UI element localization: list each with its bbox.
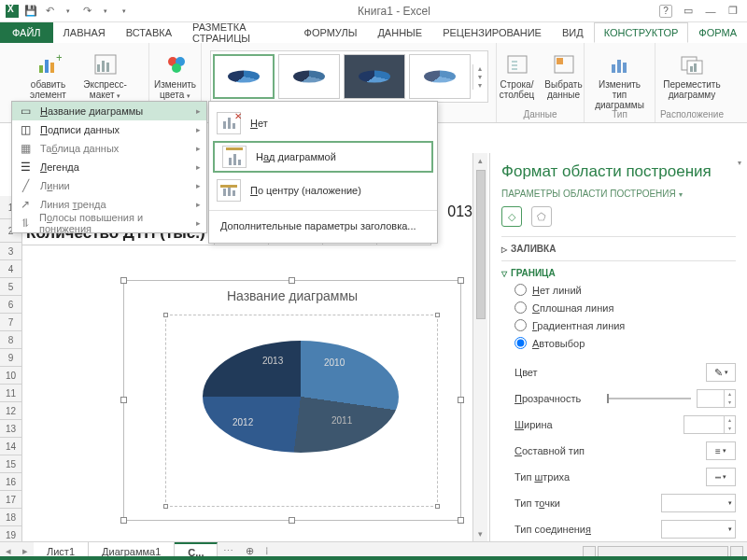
dash-picker[interactable]: ┅▾: [706, 468, 736, 486]
width-spinner[interactable]: ▴▾: [684, 415, 736, 434]
row-header[interactable]: 14: [0, 438, 21, 455]
radio-gradient-line[interactable]: Градиентная линия: [501, 316, 736, 334]
hscroll-thumb[interactable]: [598, 546, 728, 557]
tab-file[interactable]: ФАЙЛ: [0, 22, 53, 43]
fill-line-tab-icon[interactable]: ◇: [501, 206, 522, 227]
ribbon-options-icon[interactable]: ▭: [682, 5, 695, 18]
move-chart-button[interactable]: Переместить диаграмму: [659, 47, 725, 105]
vertical-scrollbar[interactable]: ▴ ▾: [472, 153, 487, 541]
compound-picker[interactable]: ≡▾: [706, 441, 736, 460]
tab-data[interactable]: ДАННЫЕ: [367, 22, 432, 43]
plot-handle[interactable]: [163, 504, 168, 509]
change-colors-button[interactable]: Изменитьцвета ▾: [153, 47, 198, 105]
restore-icon[interactable]: ❐: [726, 5, 740, 18]
scroll-down-icon[interactable]: ▾: [473, 526, 487, 541]
tab-design[interactable]: КОНСТРУКТОР: [594, 22, 689, 43]
row-header[interactable]: 8: [0, 331, 21, 349]
redo-icon[interactable]: ↷: [80, 5, 93, 18]
row-header[interactable]: 17: [0, 491, 21, 509]
resize-handle[interactable]: [120, 277, 127, 284]
row-header[interactable]: 12: [0, 402, 21, 420]
transparency-spinner[interactable]: ▴▾: [697, 389, 736, 408]
resize-handle[interactable]: [458, 517, 464, 524]
color-picker[interactable]: ✎▾: [706, 363, 736, 382]
tab-review[interactable]: РЕЦЕНЗИРОВАНИЕ: [432, 22, 552, 43]
row-header[interactable]: 16: [0, 473, 21, 491]
chart-style-2[interactable]: [278, 54, 340, 99]
menu-data-labels[interactable]: ◫ Подписи данных▸: [12, 120, 206, 139]
row-header[interactable]: 11: [0, 385, 21, 402]
row-header[interactable]: 13: [0, 420, 21, 438]
chart-object[interactable]: Название диаграммы 2010 2011 2012 2013: [123, 280, 461, 521]
pane-dropdown-icon[interactable]: ▾: [738, 159, 741, 167]
resize-handle[interactable]: [458, 277, 464, 284]
field-cap: Тип точки ▾: [501, 490, 736, 516]
chart-style-3[interactable]: [344, 54, 405, 99]
tab-formulas[interactable]: ФОРМУЛЫ: [294, 22, 368, 43]
tab-format[interactable]: ФОРМА: [688, 22, 747, 43]
menu-legend[interactable]: ☰ Легенда▸: [12, 158, 206, 176]
resize-handle[interactable]: [458, 397, 464, 403]
radio-automatic[interactable]: Автовыбор: [501, 334, 736, 352]
redo-dropdown-icon[interactable]: ▾: [99, 5, 112, 18]
row-header[interactable]: 6: [0, 296, 21, 314]
row-header[interactable]: 9: [0, 349, 21, 367]
resize-handle[interactable]: [289, 277, 295, 284]
row-header[interactable]: 7: [0, 314, 21, 331]
switch-row-column-button[interactable]: Строка/ столбец: [497, 47, 538, 105]
hscroll-left-icon[interactable]: [583, 546, 596, 557]
row-header[interactable]: 15: [0, 455, 21, 473]
styles-down-icon[interactable]: ▾: [473, 73, 487, 81]
effects-tab-icon[interactable]: ⬠: [531, 206, 552, 227]
resize-handle[interactable]: [289, 517, 295, 524]
resize-handle[interactable]: [120, 517, 127, 524]
undo-icon[interactable]: ↶: [43, 5, 56, 18]
submenu-more-options[interactable]: Дополнительные параметры заголовка...: [209, 215, 437, 237]
scroll-thumb[interactable]: [476, 170, 486, 319]
join-picker[interactable]: ▾: [661, 520, 736, 539]
row-header[interactable]: 3: [0, 243, 21, 260]
menu-chart-title[interactable]: ▭ Название диаграммы▸: [12, 102, 206, 120]
chart-style-4[interactable]: [409, 54, 471, 99]
chart-styles-gallery[interactable]: ▴ ▾ ▾: [210, 50, 488, 103]
help-icon[interactable]: ?: [659, 5, 672, 18]
resize-handle[interactable]: [120, 397, 127, 403]
transparency-slider[interactable]: [607, 398, 691, 399]
plot-handle[interactable]: [435, 313, 440, 317]
section-border[interactable]: ▽ГРАНИЦА: [501, 265, 736, 281]
qat-customize-icon[interactable]: ▾: [118, 5, 131, 18]
scroll-up-icon[interactable]: ▴: [473, 153, 487, 168]
radio-no-line[interactable]: ННет линийет линий: [501, 281, 736, 299]
submenu-above-chart[interactable]: Над диаграммой: [213, 141, 433, 173]
row-header[interactable]: 4: [0, 260, 21, 278]
row-header[interactable]: 10: [0, 367, 21, 385]
horizontal-scrollbar[interactable]: [275, 546, 747, 557]
radio-solid-line[interactable]: Сплошная линия: [501, 299, 736, 316]
chart-title[interactable]: Название диаграммы: [124, 288, 460, 303]
format-pane-subtitle[interactable]: ПАРАМЕТРЫ ОБЛАСТИ ПОСТРОЕНИЯ ▾: [501, 189, 736, 199]
submenu-centered-overlay[interactable]: По центру (наложение): [209, 175, 437, 206]
change-chart-type-button[interactable]: Изменить тип диаграммы: [588, 47, 652, 115]
tab-view[interactable]: ВИД: [552, 22, 594, 43]
cap-picker[interactable]: ▾: [661, 494, 736, 512]
quick-layout-button[interactable]: Экспресс-макет ▾: [82, 47, 129, 105]
section-fill[interactable]: ▷ЗАЛИВКА: [501, 241, 736, 257]
tab-home[interactable]: ЛАВНАЯ: [53, 22, 116, 43]
submenu-none[interactable]: ✕ Нет: [209, 107, 437, 139]
styles-more-icon[interactable]: ▾: [473, 81, 487, 90]
select-data-button[interactable]: Выбрать данные: [543, 47, 585, 105]
undo-dropdown-icon[interactable]: ▾: [62, 5, 75, 18]
plot-handle[interactable]: [435, 504, 440, 509]
styles-up-icon[interactable]: ▴: [473, 64, 487, 73]
hscroll-right-icon[interactable]: [730, 546, 743, 557]
minimize-icon[interactable]: —: [704, 5, 717, 18]
tab-insert[interactable]: ВСТАВКА: [116, 22, 182, 43]
row-header[interactable]: 5: [0, 278, 21, 296]
chart-style-1[interactable]: [213, 54, 275, 99]
pie-3d[interactable]: 2010 2011 2012 2013: [203, 341, 399, 471]
save-icon[interactable]: 💾: [24, 5, 37, 18]
row-header[interactable]: 18: [0, 509, 21, 526]
tab-page-layout[interactable]: РАЗМЕТКА СТРАНИЦЫ: [182, 22, 293, 43]
row-headers: 1 2 3 4 5 6 7 8 9 10 11 12 13 14 15 16 1…: [0, 196, 22, 541]
plot-handle[interactable]: [163, 313, 168, 317]
